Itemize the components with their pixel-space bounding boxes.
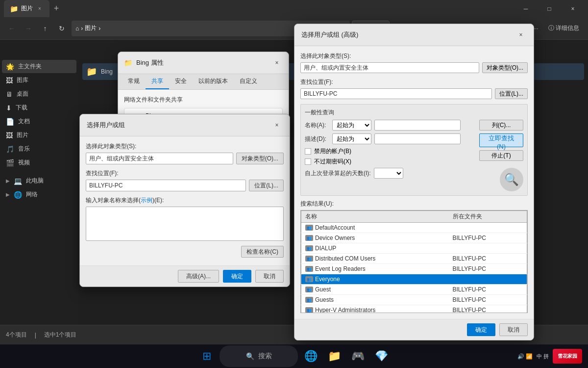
refresh-btn[interactable]: ↻ bbox=[54, 21, 70, 36]
col-name-header[interactable]: 名称 bbox=[301, 211, 449, 223]
sidebar-item-videos[interactable]: 🎬 视频 bbox=[2, 156, 76, 169]
sidebar-item-home[interactable]: 🌟 主文件夹 bbox=[2, 60, 76, 73]
table-row[interactable]: 👥 Event Log Readers BILLYFU-PC bbox=[301, 264, 527, 274]
adv-obj-btn[interactable]: 对象类型(O)... bbox=[482, 62, 528, 73]
object-name-input[interactable] bbox=[86, 207, 284, 241]
bing-dialog-close[interactable]: × bbox=[271, 57, 283, 69]
select-user-close[interactable]: × bbox=[271, 119, 283, 131]
col-location-header[interactable]: 所在文件夹 bbox=[449, 211, 527, 223]
desktop-icon: 🖥 bbox=[6, 90, 13, 98]
forward-btn[interactable]: → bbox=[21, 21, 36, 36]
days-select[interactable] bbox=[374, 168, 403, 179]
select-user-dialog: 选择用户或组 × 选择此对象类型(S): 用户、组或内置安全主体 对象类型(O)… bbox=[79, 114, 290, 287]
adv-title: 选择用户或组 (高级) bbox=[301, 30, 515, 39]
results-label: 搜索结果(U): bbox=[300, 200, 528, 208]
table-row[interactable]: 👥 Device Owners BILLYFU-PC bbox=[301, 233, 527, 243]
find-now-btn[interactable]: 立即查找(N) bbox=[479, 133, 523, 147]
table-row[interactable]: 👥 Everyone bbox=[301, 274, 527, 285]
user-cell: 👥 Hyper-V Administrators bbox=[305, 307, 445, 313]
sidebar-item-pc[interactable]: ▶ 💻 此电脑 bbox=[2, 174, 76, 187]
tab-general[interactable]: 常规 bbox=[122, 74, 146, 89]
adv-cancel-btn[interactable]: 取消 bbox=[499, 323, 528, 336]
user-cell: 👥 Guests bbox=[305, 296, 445, 303]
disabled-accounts-checkbox[interactable] bbox=[305, 148, 311, 155]
taskbar-browser-btn[interactable]: 🌐 bbox=[300, 345, 321, 367]
brand-logo: 雪花家园 bbox=[553, 349, 582, 364]
table-row[interactable]: 👥 DIALUP bbox=[301, 243, 527, 254]
sidebar-label-videos: 视频 bbox=[18, 158, 30, 167]
no-expire-row: 不过期密码(X) bbox=[305, 158, 461, 166]
name-input-row bbox=[86, 207, 284, 241]
pc-icon: 💻 bbox=[14, 177, 22, 185]
adv-footer: 确定 取消 bbox=[294, 319, 534, 340]
adv-close[interactable]: × bbox=[515, 29, 527, 41]
tab-previous[interactable]: 以前的版本 bbox=[193, 74, 234, 89]
explorer-tab[interactable]: 📁 图片 × bbox=[4, 0, 49, 17]
list-btn[interactable]: 列(C)... bbox=[479, 120, 523, 131]
results-container[interactable]: 名称 所在文件夹 👥 DefaultAccount 👥 Device Own bbox=[300, 210, 528, 313]
no-expire-checkbox[interactable] bbox=[305, 158, 311, 165]
adv-obj-value: 用户、组或内置安全主体 bbox=[300, 62, 479, 73]
check-names-btn[interactable]: 检查名称(C) bbox=[241, 246, 284, 258]
network-icon: 🌐 bbox=[14, 191, 22, 199]
taskbar-search-btn[interactable]: 🔍 搜索 bbox=[220, 345, 298, 367]
taskbar-files-btn[interactable]: 📁 bbox=[323, 345, 345, 367]
sidebar-label-desktop: 桌面 bbox=[17, 90, 28, 98]
user-location: BILLYFU-PC bbox=[449, 295, 527, 305]
desc-filter-input[interactable] bbox=[374, 133, 461, 144]
table-row[interactable]: 👥 Guest BILLYFU-PC bbox=[301, 285, 527, 295]
tab-security[interactable]: 安全 bbox=[169, 74, 193, 89]
cancel-btn[interactable]: 取消 bbox=[255, 270, 284, 283]
user-location bbox=[449, 243, 527, 254]
user-name: Guests bbox=[315, 296, 334, 303]
sidebar-label-home: 主文件夹 bbox=[18, 62, 42, 71]
tab-share[interactable]: 共享 bbox=[146, 74, 169, 89]
tab-custom[interactable]: 自定义 bbox=[234, 74, 263, 89]
user-location: BILLYFU-PC bbox=[449, 264, 527, 274]
address-separator: › bbox=[81, 25, 83, 32]
sidebar-item-music[interactable]: 🎵 音乐 bbox=[2, 142, 76, 156]
up-btn[interactable]: ↑ bbox=[37, 21, 53, 36]
adv-ok-btn[interactable]: 确定 bbox=[467, 323, 495, 336]
name-filter-input[interactable] bbox=[374, 120, 461, 131]
sidebar-item-documents[interactable]: 📄 文档 bbox=[2, 115, 76, 128]
sidebar-item-pictures[interactable]: 🖼 图片 bbox=[2, 129, 76, 142]
location-btn[interactable]: 位置(L)... bbox=[249, 180, 284, 191]
user-name: Distributed COM Users bbox=[315, 255, 375, 262]
music-icon: 🎵 bbox=[6, 145, 14, 153]
desc-query-label: 描述(D): bbox=[305, 135, 329, 143]
table-row[interactable]: 👥 Guests BILLYFU-PC bbox=[301, 295, 527, 305]
sidebar-item-downloads[interactable]: ⬇ 下载 bbox=[2, 101, 76, 114]
example-link[interactable]: 示例 bbox=[141, 197, 152, 204]
pc-expander: ▶ bbox=[6, 178, 10, 184]
stop-btn[interactable]: 停止(T) bbox=[479, 150, 523, 161]
user-name: Everyone bbox=[315, 276, 340, 283]
minimize-btn[interactable]: ─ bbox=[514, 2, 537, 16]
close-btn[interactable]: × bbox=[562, 2, 584, 16]
desc-filter-select[interactable]: 起始为 bbox=[332, 133, 371, 144]
taskbar-windows-btn[interactable]: ⊞ bbox=[196, 345, 218, 367]
taskbar-store-btn[interactable]: 💎 bbox=[370, 345, 392, 367]
back-btn[interactable]: ← bbox=[4, 21, 20, 36]
sidebar-item-network[interactable]: ▶ 🌐 网络 bbox=[2, 188, 76, 201]
sidebar-item-desktop[interactable]: 🖥 桌面 bbox=[2, 87, 76, 101]
home-icon: 🌟 bbox=[6, 63, 14, 71]
adv-loc-btn[interactable]: 位置(L)... bbox=[495, 88, 528, 99]
detail-info-btn[interactable]: ⓘ 详细信息 bbox=[543, 21, 584, 36]
table-row[interactable]: 👥 DefaultAccount bbox=[301, 223, 527, 233]
taskbar-game-btn[interactable]: 🎮 bbox=[347, 345, 368, 367]
user-cell: 👥 Device Owners bbox=[305, 235, 445, 241]
advanced-btn[interactable]: 高级(A)... bbox=[178, 270, 219, 283]
tab-close-btn[interactable]: × bbox=[36, 5, 44, 13]
ok-btn[interactable]: 确定 bbox=[223, 270, 251, 283]
table-row[interactable]: 👥 Distributed COM Users BILLYFU-PC bbox=[301, 254, 527, 264]
user-name: Device Owners bbox=[315, 235, 355, 241]
name-filter-select[interactable]: 起始为 bbox=[332, 120, 371, 131]
share-section-title: 网络文件和文件夹共享 bbox=[124, 96, 283, 104]
sidebar-item-gallery[interactable]: 🖼 图库 bbox=[2, 74, 76, 87]
maximize-btn[interactable]: □ bbox=[538, 2, 561, 16]
item-count: 4个项目 bbox=[6, 331, 27, 339]
table-row[interactable]: 👥 Hyper-V Administrators BILLYFU-PC bbox=[301, 305, 527, 314]
object-type-btn[interactable]: 对象类型(O)... bbox=[236, 153, 284, 164]
new-tab-btn[interactable]: + bbox=[49, 2, 63, 16]
